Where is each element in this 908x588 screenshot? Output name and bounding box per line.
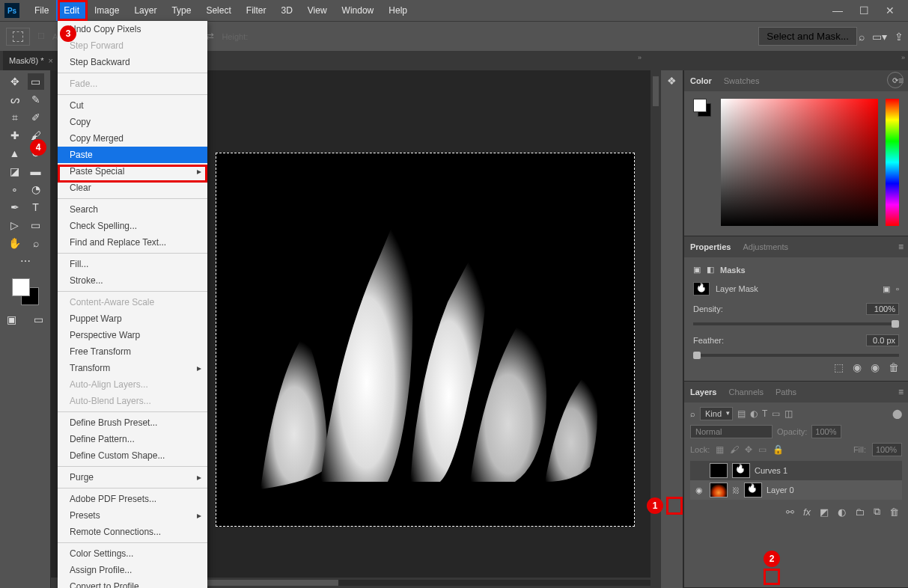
mask-thumbnail[interactable] <box>693 282 710 295</box>
menu-layer[interactable]: Layer <box>127 0 164 21</box>
menu-edit[interactable]: Edit <box>56 0 87 21</box>
mi-fade[interactable]: Fade... <box>58 76 207 92</box>
mi-define-pattern[interactable]: Define Pattern... <box>58 431 207 447</box>
lock-pixels-icon[interactable]: 🖌 <box>730 444 739 455</box>
quick-select-tool[interactable]: ✎ <box>28 91 44 108</box>
mi-purge[interactable]: Purge <box>58 469 207 486</box>
tab-color[interactable]: Color <box>690 76 712 85</box>
path-select-tool[interactable]: ▷ <box>7 217 23 233</box>
tool-preset-picker[interactable] <box>6 28 30 46</box>
tab-paths[interactable]: Paths <box>776 388 796 396</box>
mi-stroke[interactable]: Stroke... <box>58 272 207 289</box>
mi-presets[interactable]: Presets <box>58 507 207 524</box>
adjustments-panel-icon[interactable]: ❖ <box>667 75 677 87</box>
filter-pixel-icon[interactable]: ▤ <box>737 408 746 419</box>
delete-mask-icon[interactable]: 🗑 <box>889 361 899 373</box>
minimize-icon[interactable]: — <box>832 4 843 16</box>
layer-style-icon[interactable]: fx <box>803 506 811 518</box>
menu-image[interactable]: Image <box>87 0 127 21</box>
lock-all-icon[interactable]: 🔒 <box>773 444 784 455</box>
panel-color-swatches[interactable] <box>693 99 711 117</box>
mi-copy[interactable]: Copy <box>58 114 207 130</box>
filter-type-icon[interactable]: T <box>762 408 767 419</box>
filter-adjust-icon[interactable]: ◐ <box>750 408 758 419</box>
new-layer-icon[interactable]: ⧉ <box>874 506 880 518</box>
document-tab[interactable]: Mask/8) * × <box>3 51 59 70</box>
mi-step-forward[interactable]: Step Forward <box>58 37 207 54</box>
select-and-mask-button[interactable]: Select and Mask... <box>758 27 857 46</box>
mi-puppet-warp[interactable]: Puppet Warp <box>58 310 207 327</box>
vector-mask-btn-icon[interactable]: ▫ <box>896 284 899 293</box>
zoom-tool[interactable]: ⌕ <box>28 235 44 251</box>
lock-position-icon[interactable]: ✥ <box>745 444 752 455</box>
stamp-tool[interactable]: ▲ <box>7 145 23 162</box>
tab-swatches[interactable]: Swatches <box>724 76 760 85</box>
panel-collapse-right-icon[interactable]: » <box>901 54 905 61</box>
maximize-icon[interactable]: ☐ <box>859 4 869 16</box>
layer-mask-thumb[interactable] <box>744 483 762 497</box>
quick-mask-icon[interactable]: ▣ <box>4 311 20 328</box>
blur-tool[interactable]: ∘ <box>7 181 23 197</box>
tab-layers[interactable]: Layers <box>690 388 716 396</box>
mi-transform[interactable]: Transform <box>58 360 207 376</box>
mi-paste[interactable]: Paste <box>58 147 207 163</box>
mi-step-backward[interactable]: Step Backward <box>58 54 207 70</box>
feather-value[interactable]: 0.0 px <box>866 334 899 346</box>
dodge-tool[interactable]: ◔ <box>28 181 44 197</box>
shape-tool[interactable]: ▭ <box>28 217 44 233</box>
mi-fill[interactable]: Fill... <box>58 256 207 272</box>
mi-auto-blend[interactable]: Auto-Blend Layers... <box>58 393 207 409</box>
delete-layer-icon[interactable]: 🗑 <box>889 506 899 518</box>
mi-cut[interactable]: Cut <box>58 97 207 114</box>
creative-cloud-icon[interactable]: ⟳ <box>887 72 904 88</box>
menu-filter[interactable]: Filter <box>239 0 274 21</box>
adjustment-layer-icon[interactable]: ◐ <box>838 506 846 518</box>
blend-mode-dropdown[interactable]: Normal <box>690 425 773 438</box>
mi-auto-align[interactable]: Auto-Align Layers... <box>58 376 207 393</box>
mi-paste-special[interactable]: Paste Special <box>58 163 207 180</box>
load-selection-icon[interactable]: ⬚ <box>834 361 844 373</box>
document-canvas[interactable] <box>216 153 635 527</box>
mask-thumb[interactable] <box>732 463 750 478</box>
density-value[interactable]: 100% <box>866 303 899 315</box>
foreground-swatch[interactable] <box>12 278 30 296</box>
layer-name[interactable]: Curves 1 <box>755 466 787 475</box>
mi-color-settings[interactable]: Color Settings... <box>58 545 207 562</box>
mi-copy-merged[interactable]: Copy Merged <box>58 130 207 147</box>
eraser-tool[interactable]: ◪ <box>7 163 23 180</box>
hand-tool[interactable]: ✋ <box>7 235 23 251</box>
mi-search[interactable]: Search <box>58 201 207 218</box>
filter-smart-icon[interactable]: ◫ <box>784 408 793 419</box>
color-swatches[interactable] <box>12 278 39 305</box>
pixel-mask-icon[interactable]: ▣ <box>883 284 890 294</box>
mi-content-aware[interactable]: Content-Aware Scale <box>58 294 207 310</box>
panel-fg-swatch[interactable] <box>693 99 707 112</box>
tab-adjustments[interactable]: Adjustments <box>743 242 788 251</box>
add-mask-icon[interactable]: ◩ <box>820 506 829 518</box>
crop-tool[interactable]: ⌗ <box>7 109 23 126</box>
lasso-tool[interactable]: ᔕ <box>7 91 23 108</box>
layer-item-curves[interactable]: Curves 1 <box>690 461 902 480</box>
eyedropper-tool[interactable]: ✐ <box>28 109 44 126</box>
menu-view[interactable]: View <box>300 0 335 21</box>
filter-kind-dropdown[interactable]: Kind <box>700 407 733 420</box>
tab-close-icon[interactable]: × <box>48 56 52 65</box>
mi-clear[interactable]: Clear <box>58 180 207 196</box>
panel-collapse-icon[interactable]: » <box>638 54 642 61</box>
menu-type[interactable]: Type <box>164 0 198 21</box>
color-picker-field[interactable] <box>721 99 878 226</box>
share-icon[interactable]: ⇪ <box>895 31 904 43</box>
gradient-tool[interactable]: ▬ <box>28 163 44 180</box>
tab-channels[interactable]: Channels <box>728 388 763 396</box>
menu-window[interactable]: Window <box>335 0 382 21</box>
toggle-mask-icon[interactable]: ◉ <box>871 361 880 373</box>
workspace-icon[interactable]: ▭▾ <box>872 31 887 43</box>
search-icon[interactable]: ⌕ <box>859 31 865 43</box>
apply-mask-icon[interactable]: ◉ <box>853 361 862 373</box>
menu-file[interactable]: File <box>27 0 56 21</box>
density-slider[interactable] <box>693 322 899 325</box>
pen-tool[interactable]: ✒ <box>7 199 23 215</box>
mi-free-transform[interactable]: Free Transform <box>58 343 207 360</box>
link-layers-icon[interactable]: ⚯ <box>786 506 794 518</box>
panel-menu-icon[interactable]: ≡ <box>898 387 904 397</box>
